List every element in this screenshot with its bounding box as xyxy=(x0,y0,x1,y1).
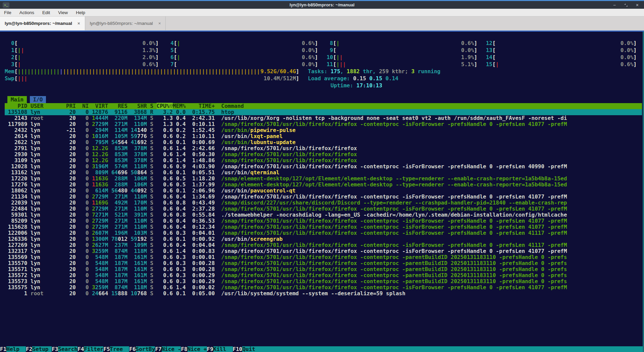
process-row-pid-1[interactable]: 1 root 20 0 24664 15888 10768 S 0.6 0.1 … xyxy=(5,291,642,297)
column-header-shr[interactable]: SHR xyxy=(131,103,147,109)
fkey-label-f7[interactable]: Nice - xyxy=(162,346,181,352)
process-row-pid-115628[interactable]: 115628 lyn 20 0 2729M 271M 110M S 0.6 0.… xyxy=(5,224,642,230)
minimize-button[interactable]: − xyxy=(613,3,616,7)
process-row-pid-22484[interactable]: 22484 lyn 20 0 2729M 271M 110M S 0.6 0.4… xyxy=(5,206,642,212)
process-row-pid-2614[interactable]: 2614 lyn 20 0 1016M 105M 59776 S 0.6 0.2… xyxy=(5,133,642,139)
fkey-label-f3[interactable]: Search xyxy=(58,346,77,352)
fkey-label-f10[interactable]: Quit xyxy=(242,346,262,352)
fkey-label-f1[interactable]: Help xyxy=(6,346,26,352)
process-row-pid-85209[interactable]: 85209 lyn 20 0 2729M 271M 110M S 0.6 0.4… xyxy=(5,218,642,224)
cpu-meter-0: 0[0.0%] xyxy=(5,40,164,47)
fkey-f9[interactable]: F9 xyxy=(207,346,213,352)
process-row-pid-17220[interactable]: 17220 lyn 20 0 1163G 288M 106M S 0.6 0.5… xyxy=(5,176,642,182)
process-row-pid-12028[interactable]: 12028 lyn 20 0 3196M 574M 118M S 0.6 0.9… xyxy=(5,164,642,170)
column-header-res[interactable]: RES xyxy=(111,103,127,109)
terminal-tab-1[interactable]: lyn@lyn-b850mprors: ~/manual× xyxy=(0,16,85,30)
terminal-tab-2[interactable]: lyn@lyn-b850mprors: ~/manual× xyxy=(85,16,166,30)
process-row-pid-2930[interactable]: 2930 lyn 20 0 12.2G 853M 378M S 0.6 1.4 … xyxy=(5,151,642,158)
tab-close-icon[interactable]: × xyxy=(77,21,80,26)
terminal-view[interactable]: 0[0.0%]1[||1.3%]2[|2.0%]3[|0.6%]4[|0.6%]… xyxy=(0,31,644,352)
process-row-pid-135573[interactable]: 135573 lyn 20 0 548M 187M 161M S 0.6 0.3… xyxy=(5,278,642,284)
process-row-pid-135108[interactable]: 135108 lyn 20 0 12876 9116 3868 R 3.2 0.… xyxy=(5,109,642,115)
process-row-pid-135571[interactable]: 135571 lyn 20 0 548M 187M 161M S 0.6 0.3… xyxy=(5,266,642,272)
fkey-label-f8[interactable]: Nice + xyxy=(187,346,207,352)
process-row-pid-135569[interactable]: 135569 lyn 20 0 548M 187M 161M S 0.6 0.3… xyxy=(5,254,642,260)
fkey-label-f4[interactable]: Filter xyxy=(84,346,103,352)
process-row-pid-2622[interactable]: 2622 lyn 20 0 795M 54564 41692 S 0.6 0.1… xyxy=(5,139,642,145)
fkey-label-f5[interactable]: Tree xyxy=(110,346,129,352)
htop-screen: 0[0.0%]1[||1.3%]2[|2.0%]3[|0.6%]4[|0.6%]… xyxy=(0,32,644,346)
cpu-meter-2: 2[|2.0%] xyxy=(5,54,164,61)
htop-tab-main[interactable]: Main xyxy=(7,96,27,103)
system-stats: Tasks: 175, 1882 thr, 259 kthr; 3 runnin… xyxy=(305,68,642,89)
cpu-meter-3: 3[|0.6%] xyxy=(5,61,164,68)
tab-label: lyn@lyn-b850mprors: ~/manual xyxy=(5,21,72,26)
fkey-label-f9[interactable]: Kill xyxy=(213,346,233,352)
process-row-pid-2143[interactable]: 2143 root 20 0 1444M 220M 134M S 1.3 0.4… xyxy=(5,115,642,121)
fkey-f8[interactable]: F8 xyxy=(181,346,187,352)
fkey-f10[interactable]: F10 xyxy=(233,346,243,352)
cpu-meter-11: 11[|||5.1%] xyxy=(323,61,483,68)
column-header-cmd[interactable]: Command xyxy=(221,103,244,109)
process-row-pid-13162[interactable]: 13162 lyn 20 0 809M 64696 50864 S 0.6 0.… xyxy=(5,170,642,176)
fkey-f4[interactable]: F4 xyxy=(77,346,84,352)
process-row-pid-117989[interactable]: 117989 lyn 20 0 2729M 271M 110M S 1.3 0.… xyxy=(5,121,642,127)
column-header-virt[interactable]: VIRT xyxy=(92,103,108,109)
process-row-pid-17276[interactable]: 17276 lyn 20 0 1163G 288M 106M S 0.6 0.5… xyxy=(5,182,642,188)
column-header-user[interactable]: USER xyxy=(31,103,63,109)
uptime-line: Uptime: 17:10:13 xyxy=(308,82,642,89)
cpu-meter-6: 6[|0.6%] xyxy=(164,54,323,61)
tabbar: lyn@lyn-b850mprors: ~/manual×lyn@lyn-b85… xyxy=(0,16,644,31)
column-header-s[interactable]: S xyxy=(150,103,154,109)
restore-button[interactable] xyxy=(624,3,628,7)
cpu-meter-4: 4[|0.6%] xyxy=(164,40,323,47)
process-row-pid-59301[interactable]: 59301 lyn 20 0 7271M 521M 391M S 0.6 0.8… xyxy=(5,212,642,218)
fkey-f5[interactable]: F5 xyxy=(103,346,110,352)
column-header-pid[interactable]: PID xyxy=(5,103,27,109)
cpu-meter-12: 12[0.0%] xyxy=(483,40,642,47)
process-row-pid-135570[interactable]: 135570 lyn 20 0 548M 187M 161M S 0.6 0.3… xyxy=(5,260,642,266)
titlebar[interactable]: >_ lyn@lyn-b850mprors: ~/manual − × xyxy=(0,1,644,9)
menu-item-help[interactable]: Help xyxy=(72,9,89,16)
tab-label: lyn@lyn-b850mprors: ~/manual xyxy=(90,21,153,26)
htop-tab-io[interactable]: I/O xyxy=(30,96,46,103)
fkey-f6[interactable]: F6 xyxy=(129,346,136,352)
menu-item-edit[interactable]: Edit xyxy=(38,9,54,16)
column-header-time[interactable]: TIME+ xyxy=(189,103,215,109)
process-row-pid-122006[interactable]: 122006 lyn 20 0 2607M 196M 103M S 0.6 0.… xyxy=(5,230,642,236)
memory-meter: Mem[||||||||||||||||||||||||||||||||||||… xyxy=(5,68,305,75)
window-title: lyn@lyn-b850mprors: ~/manual xyxy=(0,2,644,7)
menu-item-file[interactable]: File xyxy=(0,9,15,16)
process-row-pid-132317[interactable]: 132317 lyn 20 0 3259M 874M 118M S 0.6 1.… xyxy=(5,248,642,254)
fkey-f3[interactable]: F3 xyxy=(52,346,58,352)
process-table-header[interactable]: PID USER PRI NI VIRT RES SHR S CPU%▽MEM%… xyxy=(5,103,642,109)
process-row-pid-135575[interactable]: 135575 lyn 20 0 3259M 874M 118M S 0.6 1.… xyxy=(5,284,642,291)
cpu-meter-9: 9[0.0%] xyxy=(323,47,483,54)
column-header-pri[interactable]: PRI xyxy=(66,103,76,109)
fkey-label-f2[interactable]: Setup xyxy=(32,346,52,352)
restore-icon xyxy=(624,3,628,7)
process-row-pid-2791[interactable]: 2791 lyn 20 0 12.2G 853M 378M S 0.6 1.4 … xyxy=(5,145,642,151)
terminal-scrollbar[interactable] xyxy=(643,32,644,352)
process-row-pid-22039[interactable]: 22039 lyn 20 0 1169G 492M 170M S 0.6 0.8… xyxy=(5,200,642,206)
cpu-meter-15: 15[|0.6%] xyxy=(483,61,642,68)
process-row-pid-126336[interactable]: 126336 lyn 20 0 1300M 78012 59192 S 0.6 … xyxy=(5,236,642,242)
fkey-f2[interactable]: F2 xyxy=(26,346,32,352)
tab-close-icon[interactable]: × xyxy=(158,21,161,26)
process-row-pid-18062[interactable]: 18062 lyn 20 0 614M 56480 44092 S 0.6 0.… xyxy=(5,188,642,194)
menu-item-view[interactable]: View xyxy=(54,9,72,16)
column-header-cpu[interactable]: CPU%▽ xyxy=(157,103,173,109)
process-row-pid-135572[interactable]: 135572 lyn 20 0 548M 187M 161M S 0.6 0.3… xyxy=(5,272,642,278)
fkey-f1[interactable]: F1 xyxy=(0,346,6,352)
process-row-pid-2432[interactable]: 2432 lyn -21 0 294M 114M 14140 S 0.6 0.2… xyxy=(5,127,642,133)
swap-meter: Swp[|||10.4M/512M] xyxy=(5,75,305,82)
close-button[interactable]: × xyxy=(636,3,639,7)
process-row-pid-127269[interactable]: 127269 lyn 20 0 2627M 237M 109M S 0.6 0.… xyxy=(5,242,642,248)
menu-item-actions[interactable]: Actions xyxy=(15,9,38,16)
process-row-pid-3109[interactable]: 3109 lyn 20 0 12.2G 853M 378M S 0.6 1.4 … xyxy=(5,158,642,164)
column-header-mem[interactable]: MEM% xyxy=(173,103,186,109)
fkey-label-f6[interactable]: SortBy xyxy=(136,346,155,352)
process-row-pid-21134[interactable]: 21134 lyn 20 0 2729M 271M 110M S 0.6 0.4… xyxy=(5,194,642,200)
fkey-f7[interactable]: F7 xyxy=(155,346,161,352)
column-header-ni[interactable]: NI xyxy=(79,103,89,109)
